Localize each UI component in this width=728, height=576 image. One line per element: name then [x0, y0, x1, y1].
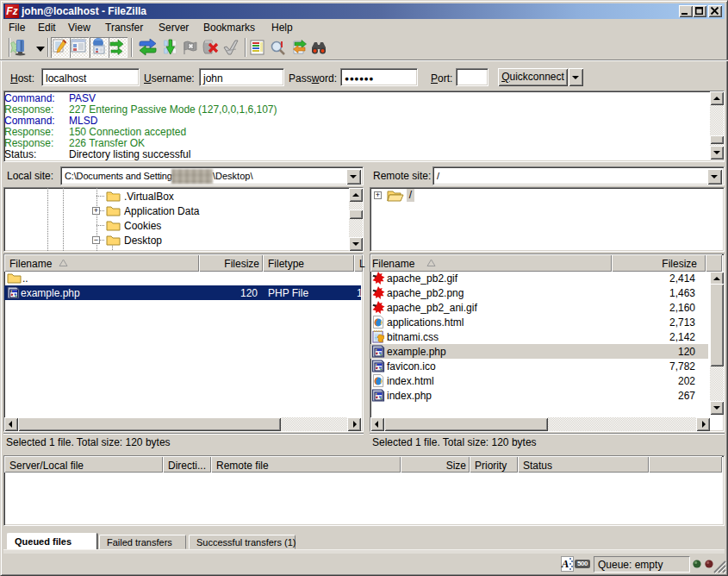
svg-text:A: A	[561, 557, 569, 570]
